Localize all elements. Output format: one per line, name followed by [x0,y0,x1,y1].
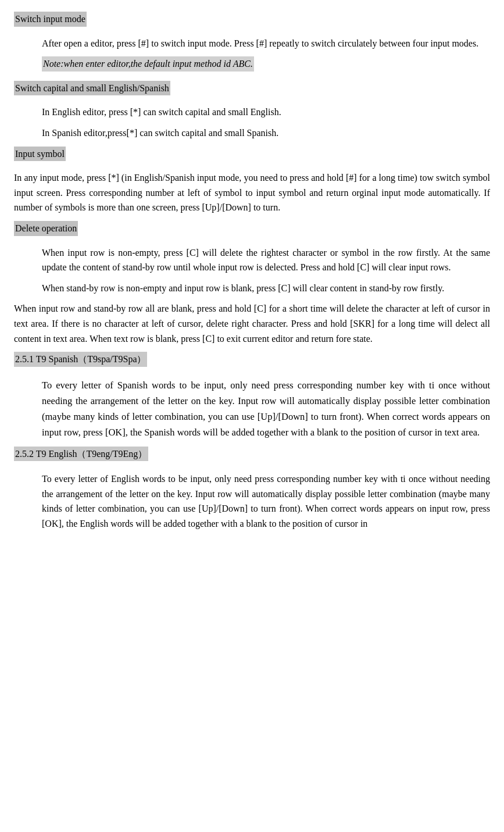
paragraph-english-editor: In English editor, press [*] can switch … [42,105,490,120]
section-input-symbol: Input symbol In any input mode, press [*… [14,147,490,215]
section-switch-capital: Switch capital and small English/Spanish… [14,81,490,141]
body-t9-english: To every letter of English words to be i… [42,472,490,531]
paragraph-delete-2: When stand-by row is non-empty and input… [42,281,490,296]
heading-input-symbol: Input symbol [14,147,66,162]
section-t9-english: 2.5.2 T9 English（T9eng/T9Eng） To every l… [14,447,490,531]
heading-t9-english: 2.5.2 T9 English（T9eng/T9Eng） [14,447,148,462]
body-t9-spanish: To every letter of Spanish words to be i… [42,377,490,441]
paragraph-delete-1: When input row is non-empty, press [C] w… [42,245,490,275]
paragraph-switch-input-mode-1: After open a editor, press [#] to switch… [42,36,490,51]
section-delete-operation: Delete operation When input row is non-e… [14,221,490,346]
heading-switch-capital: Switch capital and small English/Spanish [14,81,170,96]
page-content: Switch input mode After open a editor, p… [14,12,490,531]
heading-switch-input-mode: Switch input mode [14,12,87,27]
note-default-input: Note:when enter editor,the default input… [42,56,254,72]
section-switch-input-mode: Switch input mode After open a editor, p… [14,12,490,77]
paragraph-delete-3: When input row and stand-by row all are … [14,301,490,346]
heading-delete-operation: Delete operation [14,221,78,236]
section-t9-spanish: 2.5.1 T9 Spanish（T9spa/T9Spa） To every l… [14,352,490,440]
paragraph-spanish-editor: In Spanish editor,press[*] can switch ca… [42,126,490,141]
body-input-symbol: In any input mode, press [*] (in English… [14,170,490,215]
heading-t9-spanish: 2.5.1 T9 Spanish（T9spa/T9Spa） [14,352,147,367]
